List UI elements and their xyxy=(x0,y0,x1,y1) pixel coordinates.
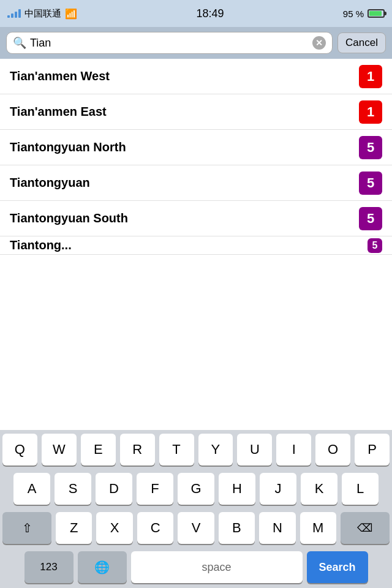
key-p[interactable]: P xyxy=(355,434,390,466)
key-y[interactable]: Y xyxy=(198,434,233,466)
keyboard: Q W E R T Y U I O P A S D F G H J K L ⇧ … xyxy=(0,430,392,588)
status-right: 95 % xyxy=(343,9,385,19)
line-badge: 1 xyxy=(359,100,382,124)
key-z[interactable]: Z xyxy=(56,512,92,544)
keyboard-row-bottom: 123 🌐 space Search xyxy=(0,548,392,588)
key-c[interactable]: C xyxy=(137,512,173,544)
keyboard-row-1: Q W E R T Y U I O P xyxy=(0,430,392,469)
cancel-button[interactable]: Cancel xyxy=(337,32,386,53)
shift-icon: ⇧ xyxy=(22,521,32,535)
key-t[interactable]: T xyxy=(159,434,194,466)
delete-icon: ⌫ xyxy=(357,521,372,535)
key-d[interactable]: D xyxy=(96,473,132,505)
globe-key[interactable]: 🌐 xyxy=(78,551,127,583)
key-q[interactable]: Q xyxy=(2,434,37,466)
line-badge: 5 xyxy=(359,172,382,195)
search-input[interactable] xyxy=(30,37,309,50)
search-input-wrapper[interactable]: 🔍 ✕ xyxy=(6,32,333,54)
keyboard-row-3: ⇧ Z X C V B N M ⌫ xyxy=(0,508,392,548)
status-time: 18:49 xyxy=(196,7,224,20)
result-item[interactable]: Tian'anmen West 1 xyxy=(0,59,392,94)
signal-icon xyxy=(7,9,21,18)
status-left: 中国联通 📶 xyxy=(7,8,77,20)
line-badge: 5 xyxy=(359,207,382,230)
key-o[interactable]: O xyxy=(315,434,350,466)
carrier-text: 中国联通 xyxy=(24,8,61,20)
result-name: Tiantongyuan xyxy=(10,176,90,190)
status-bar: 中国联通 📶 18:49 95 % xyxy=(0,0,392,27)
key-h[interactable]: H xyxy=(219,473,255,505)
key-f[interactable]: F xyxy=(137,473,173,505)
space-key[interactable]: space xyxy=(131,551,303,583)
key-a[interactable]: A xyxy=(13,473,50,505)
battery-percent: 95 % xyxy=(343,9,364,19)
keyboard-row-2: A S D F G H J K L xyxy=(0,469,392,508)
results-list: Tian'anmen West 1 Tian'anmen East 1 Tian… xyxy=(0,59,392,255)
globe-icon: 🌐 xyxy=(94,560,110,575)
result-item[interactable]: Tian'anmen East 1 xyxy=(0,94,392,130)
wifi-icon: 📶 xyxy=(65,8,77,20)
key-s[interactable]: S xyxy=(55,473,91,505)
key-w[interactable]: W xyxy=(42,434,77,466)
delete-key[interactable]: ⌫ xyxy=(341,512,390,544)
result-item[interactable]: Tiantongyuan North 5 xyxy=(0,130,392,165)
key-e[interactable]: E xyxy=(81,434,116,466)
key-r[interactable]: R xyxy=(120,434,155,466)
line-badge: 1 xyxy=(359,65,382,88)
key-g[interactable]: G xyxy=(178,473,214,505)
key-m[interactable]: M xyxy=(300,512,336,544)
search-icon: 🔍 xyxy=(13,36,26,50)
key-n[interactable]: N xyxy=(259,512,295,544)
key-l[interactable]: L xyxy=(342,473,379,505)
numbers-key[interactable]: 123 xyxy=(24,551,74,583)
search-bar: 🔍 ✕ Cancel xyxy=(0,27,392,59)
line-badge: 5 xyxy=(359,136,382,159)
result-name: Tiantong... xyxy=(10,238,72,252)
key-j[interactable]: J xyxy=(260,473,296,505)
result-item[interactable]: Tiantongyuan South 5 xyxy=(0,201,392,236)
key-u[interactable]: U xyxy=(237,434,272,466)
key-v[interactable]: V xyxy=(178,512,214,544)
result-name: Tian'anmen East xyxy=(10,105,107,119)
key-x[interactable]: X xyxy=(96,512,132,544)
battery-icon xyxy=(368,9,385,18)
result-name: Tian'anmen West xyxy=(10,69,110,83)
shift-key[interactable]: ⇧ xyxy=(2,512,51,544)
result-item[interactable]: Tiantongyuan 5 xyxy=(0,165,392,201)
key-k[interactable]: K xyxy=(301,473,337,505)
key-b[interactable]: B xyxy=(219,512,255,544)
key-i[interactable]: I xyxy=(276,434,311,466)
line-badge: 5 xyxy=(368,238,382,253)
result-name: Tiantongyuan South xyxy=(10,211,128,225)
result-item-partial[interactable]: Tiantong... 5 xyxy=(0,236,392,255)
search-button[interactable]: Search xyxy=(307,551,368,583)
result-name: Tiantongyuan North xyxy=(10,140,126,154)
clear-button[interactable]: ✕ xyxy=(312,36,326,50)
